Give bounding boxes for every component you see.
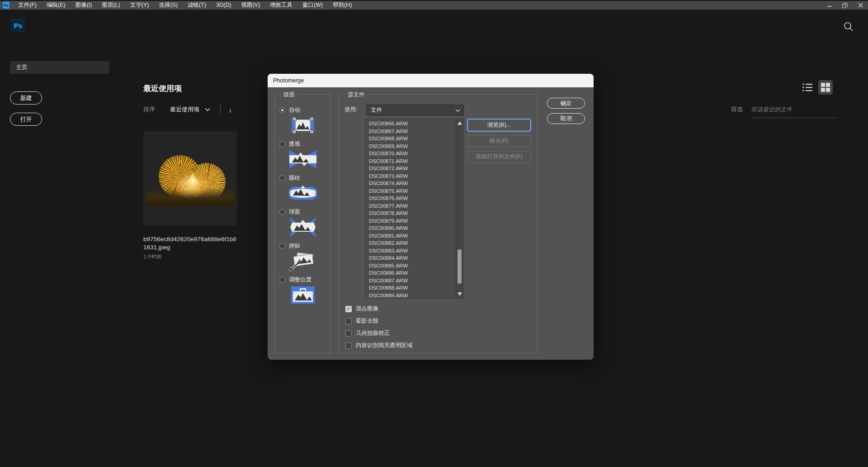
filter-input[interactable]: 筛选最近的文件: [751, 105, 838, 118]
file-list-item[interactable]: DSC00870.ARW: [366, 150, 456, 157]
menu-item[interactable]: 图像(I): [71, 1, 97, 10]
file-list-item[interactable]: DSC00876.ARW: [366, 195, 456, 202]
menu-bar: Ps 文件(F)编辑(E)图像(I)图层(L)文字(Y)选择(S)滤镜(T)3D…: [0, 0, 868, 10]
list-view-icon[interactable]: [801, 81, 814, 94]
file-list-item[interactable]: DSC00885.ARW: [366, 262, 456, 270]
minimize-icon[interactable]: [822, 1, 837, 10]
view-toggles: [801, 80, 833, 95]
app-favicon: Ps: [3, 2, 9, 9]
file-list-item[interactable]: DSC00889.ARW: [366, 292, 456, 299]
dialog-title[interactable]: Photomerge: [268, 74, 594, 87]
photoshop-window: Ps 文件(F)编辑(E)图像(I)图层(L)文字(Y)选择(S)滤镜(T)3D…: [0, 0, 868, 467]
file-list-item[interactable]: DSC00886.ARW: [366, 269, 456, 277]
checkbox-row[interactable]: 几何扭曲校正: [345, 327, 412, 339]
sort-label: 排序: [143, 105, 155, 114]
file-list-item[interactable]: DSC00877.ARW: [366, 202, 456, 210]
checkbox-row[interactable]: 内容识别填充透明区域: [345, 339, 412, 352]
recent-file-card[interactable]: [143, 131, 237, 226]
menu-item[interactable]: 3D(D): [211, 1, 236, 10]
menu-item[interactable]: 编辑(E): [42, 1, 71, 10]
open-button[interactable]: 打开: [10, 113, 42, 126]
ok-button[interactable]: 确定: [547, 98, 585, 109]
layout-spherical-icon: [288, 217, 318, 239]
file-list-item[interactable]: DSC00882.ARW: [366, 239, 456, 247]
file-list-item[interactable]: DSC00883.ARW: [366, 247, 456, 255]
file-list-item[interactable]: DSC00887.ARW: [366, 277, 456, 285]
radio-reposition[interactable]: [279, 277, 285, 283]
file-list-item[interactable]: DSC00869.ARW: [366, 143, 456, 150]
chevron-down-icon: [455, 109, 460, 112]
layout-option-auto[interactable]: 自动: [279, 106, 300, 114]
radio-collage[interactable]: [279, 243, 285, 249]
layout-option-cylindrical[interactable]: 圆柱: [279, 174, 300, 182]
file-list-item[interactable]: DSC00871.ARW: [366, 157, 456, 165]
file-list-item[interactable]: DSC00881.ARW: [366, 232, 456, 240]
menu-item[interactable]: 文件(F): [13, 1, 42, 10]
checkbox[interactable]: [345, 343, 352, 349]
menu-item[interactable]: 窗口(W): [297, 1, 328, 10]
sort-direction-icon[interactable]: ↓: [229, 106, 232, 114]
radio-auto[interactable]: [279, 107, 285, 113]
layout-cylindrical-icon: [288, 183, 318, 205]
checkbox[interactable]: [345, 318, 352, 324]
menu-item[interactable]: 选择(S): [154, 1, 183, 10]
filter-placeholder: 筛选最近的文件: [751, 106, 792, 113]
file-list-item[interactable]: DSC00888.ARW: [366, 284, 456, 292]
search-icon[interactable]: [843, 21, 854, 33]
recent-files-title: 最近使用项: [143, 83, 182, 94]
new-button[interactable]: 新建: [10, 91, 42, 105]
layout-group-label: 版面: [281, 91, 297, 99]
menu-item[interactable]: 视图(V): [236, 1, 265, 10]
menu-item[interactable]: 滤镜(T): [183, 1, 211, 10]
scrollbar-thumb[interactable]: [458, 249, 462, 284]
checkbox[interactable]: [345, 330, 352, 337]
sort-dropdown[interactable]: 最近使用项: [170, 105, 210, 114]
photoshop-logo: Ps: [11, 18, 25, 33]
menu-item[interactable]: 增效工具: [265, 1, 297, 10]
file-list-item[interactable]: DSC00879.ARW: [366, 217, 456, 225]
file-list-item[interactable]: DSC00872.ARW: [366, 165, 456, 172]
restore-icon[interactable]: [837, 1, 853, 10]
file-list-item[interactable]: DSC00867.ARW: [366, 128, 456, 135]
cancel-button[interactable]: 取消: [547, 113, 585, 124]
scroll-up-icon[interactable]: [458, 121, 462, 125]
grid-view-icon[interactable]: [818, 80, 833, 95]
layout-option-spherical[interactable]: 球面: [279, 208, 300, 216]
menu-item[interactable]: 帮助(H): [328, 1, 357, 10]
sidebar-item-home[interactable]: 主页: [10, 61, 109, 74]
file-list-item[interactable]: DSC00874.ARW: [366, 180, 456, 187]
file-list-item[interactable]: DSC00866.ARW: [366, 120, 456, 128]
menu-item[interactable]: 文字(Y): [125, 1, 154, 10]
layout-perspective-icon: [288, 149, 318, 172]
file-list-item[interactable]: DSC00878.ARW: [366, 210, 456, 217]
radio-cylindrical[interactable]: [279, 175, 285, 181]
file-list-item[interactable]: DSC00868.ARW: [366, 135, 456, 143]
sort-dropdown-value: 最近使用项: [170, 105, 199, 114]
photomerge-dialog: Photomerge 版面 自动: [268, 74, 594, 360]
chevron-down-icon: [205, 108, 210, 111]
checkbox[interactable]: [345, 306, 352, 312]
close-icon[interactable]: [853, 1, 868, 10]
scroll-down-icon[interactable]: [458, 292, 462, 296]
checkbox-row[interactable]: 混合图像: [345, 303, 412, 315]
file-list-item[interactable]: DSC00875.ARW: [366, 187, 456, 195]
layout-auto-icon: [288, 115, 318, 138]
layout-option-reposition[interactable]: 调整位置: [279, 276, 311, 284]
recent-file-name: b9756ec8d42620e976a688e6f1b81631.jpeg: [143, 235, 239, 251]
file-list-item[interactable]: DSC00880.ARW: [366, 224, 456, 232]
filter-label: 筛选: [731, 105, 743, 114]
browse-button[interactable]: 浏览(B)...: [467, 119, 531, 131]
scrollbar[interactable]: [456, 119, 463, 298]
source-file-list[interactable]: DSC00866.ARWDSC00867.ARWDSC00868.ARWDSC0…: [365, 119, 463, 299]
file-list-item[interactable]: DSC00884.ARW: [366, 254, 456, 262]
layout-option-perspective[interactable]: 透视: [279, 140, 300, 148]
radio-perspective[interactable]: [279, 141, 285, 147]
file-list-item[interactable]: DSC00873.ARW: [366, 172, 456, 180]
layout-option-collage[interactable]: 拼贴: [279, 242, 300, 250]
layout-collage-icon: [288, 251, 318, 273]
checkbox-row[interactable]: 晕影去除: [345, 315, 412, 327]
menu-item[interactable]: 图层(L): [97, 1, 125, 10]
use-dropdown[interactable]: 文件: [366, 105, 464, 116]
radio-spherical[interactable]: [279, 209, 285, 215]
menu-items: 文件(F)编辑(E)图像(I)图层(L)文字(Y)选择(S)滤镜(T)3D(D)…: [13, 1, 357, 10]
